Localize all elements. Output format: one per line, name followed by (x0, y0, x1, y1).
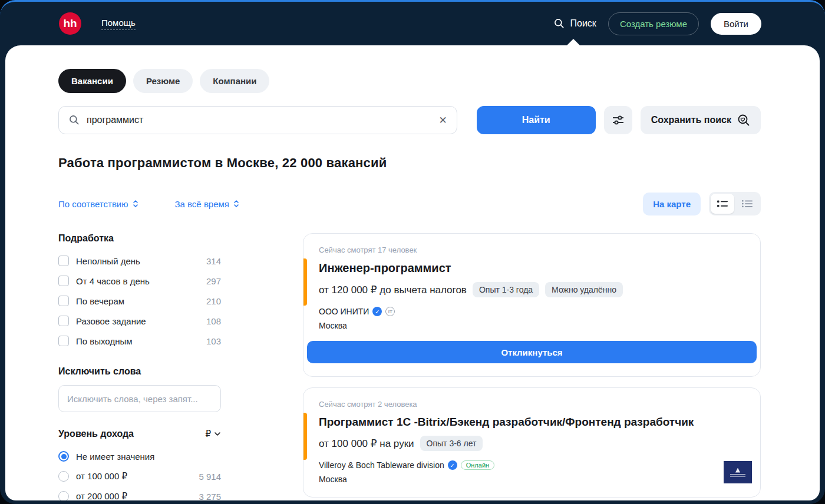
sort-period-link[interactable]: За всё время (175, 199, 239, 209)
tab-vacancies[interactable]: Вакансии (58, 69, 126, 93)
header-search-label: Поиск (570, 18, 596, 29)
income-filter-title: Уровень дохода (58, 429, 134, 439)
chevrons-up-down-icon (233, 200, 239, 208)
tab-companies[interactable]: Компании (200, 69, 269, 93)
save-search-label: Сохранить поиск (651, 115, 731, 125)
filter-label: По выходным (76, 336, 206, 346)
search-input[interactable] (87, 115, 432, 125)
main-panel: Вакансии Резюме Компании ✕ Найти (5, 45, 820, 500)
tab-resume[interactable]: Резюме (133, 69, 193, 93)
filters-button[interactable] (604, 106, 632, 134)
sliders-icon (612, 114, 624, 126)
login-button[interactable]: Войти (711, 13, 761, 35)
filter-count: 103 (206, 336, 221, 346)
currency-select[interactable]: ₽ (205, 429, 221, 439)
chevrons-up-down-icon (133, 200, 138, 208)
filter-label: От 4 часов в день (76, 276, 206, 286)
sort-relevance-link[interactable]: По соответствию (58, 199, 138, 209)
filter-label: от 100 000 ₽ (76, 471, 199, 482)
view-toggle (709, 192, 761, 215)
filter-label: Неполный день (76, 256, 206, 266)
checkbox-icon (58, 256, 69, 266)
view-list-compact-button[interactable] (735, 194, 759, 214)
filter-count: 3 275 (199, 492, 221, 501)
company-link[interactable]: Villeroy & Boch Tableware division (319, 460, 444, 470)
hh-logo[interactable]: hh (59, 12, 81, 35)
app-window: hh Помощь Поиск Создать резюме Войти Вак… (0, 0, 825, 504)
filters-sidebar: Подработка Неполный день 314 От 4 часов … (58, 233, 221, 500)
search-type-tabs: Вакансии Резюме Компании (58, 69, 761, 93)
radio-icon (58, 451, 69, 462)
vacancy-city: Москва (319, 321, 745, 330)
checkbox-icon (58, 276, 69, 286)
page-title: Работа программистом в Москве, 22 000 ва… (58, 155, 761, 171)
search-icon (68, 114, 80, 126)
highlight-accent-bar (303, 258, 307, 306)
sort-period-label: За всё время (175, 199, 229, 209)
exclude-words-title: Исключить слова (58, 366, 221, 377)
chevron-down-icon (214, 432, 221, 436)
save-search-button[interactable]: Сохранить поиск (641, 106, 761, 134)
vacancy-title-link[interactable]: Программист 1С -Bitrix/Бэкенд разработчи… (319, 416, 745, 429)
remote-tag: Можно удалённо (545, 282, 623, 297)
view-list-detailed-button[interactable] (711, 194, 734, 214)
search-icon (553, 18, 565, 29)
logo-emblem (735, 468, 740, 473)
radio-icon (58, 491, 69, 500)
filter-label: По вечерам (76, 296, 206, 306)
highlight-accent-bar (303, 413, 307, 460)
list-compact-icon (742, 200, 753, 208)
heart-magnifier-icon (737, 114, 750, 127)
vacancy-title-link[interactable]: Инженер-программист (319, 261, 745, 275)
exclude-words-input[interactable] (58, 385, 221, 412)
find-button[interactable]: Найти (477, 106, 596, 134)
viewers-count: Сейчас смотрят 2 человека (319, 400, 745, 409)
clear-search-icon[interactable]: ✕ (438, 115, 447, 125)
filter-count: 314 (206, 256, 221, 266)
vacancy-card: Сейчас смотрят 17 человек Инженер-програ… (303, 233, 761, 377)
search-box: ✕ (58, 106, 457, 134)
filter-count: 210 (206, 296, 221, 306)
it-accreditation-icon: IT (385, 307, 395, 316)
verified-badge-icon: ✓ (448, 460, 457, 470)
radio-icon (58, 471, 69, 482)
header-caret (566, 39, 580, 46)
experience-tag: Опыт 1-3 года (473, 282, 539, 297)
filter-label: Не имеет значения (76, 452, 221, 462)
filter-option-row[interactable]: По выходным 103 (58, 331, 221, 351)
currency-label: ₽ (205, 429, 211, 439)
sort-relevance-label: По соответствию (58, 199, 128, 209)
filter-count: 108 (206, 316, 221, 326)
filter-count: 297 (206, 276, 221, 286)
filter-option-row[interactable]: От 4 часов в день 297 (58, 271, 221, 291)
vacancy-city: Москва (319, 475, 745, 484)
checkbox-icon (58, 296, 69, 306)
top-nav: hh Помощь Поиск Создать резюме Войти (0, 2, 825, 45)
income-option-row[interactable]: Не имеет значения (58, 446, 221, 466)
sort-row: По соответствию За всё время На карте (58, 192, 761, 215)
logo-text-lines (730, 474, 745, 477)
help-link[interactable]: Помощь (101, 18, 136, 30)
verified-badge-icon: ✓ (372, 307, 382, 316)
apply-button[interactable]: Откликнуться (307, 341, 757, 363)
income-option-row[interactable]: от 100 000 ₽ 5 914 (58, 466, 221, 486)
vacancy-salary: от 120 000 ₽ до вычета налогов (319, 284, 467, 296)
filter-option-row[interactable]: Неполный день 314 (58, 251, 221, 271)
filter-count: 5 914 (199, 472, 221, 482)
company-link[interactable]: ООО ИНИТИ (319, 307, 369, 316)
header-search-button[interactable]: Поиск (553, 18, 596, 29)
list-detailed-icon (717, 200, 728, 208)
vacancy-card: Сейчас смотрят 2 человека Программист 1С… (303, 387, 761, 498)
filter-label: от 200 000 ₽ (76, 491, 199, 500)
experience-tag: Опыт 3-6 лет (420, 436, 483, 451)
villeroy-boch-logo[interactable] (724, 461, 752, 483)
filter-label: Разовое задание (76, 316, 206, 326)
viewers-count: Сейчас смотрят 17 человек (319, 246, 745, 254)
filter-option-row[interactable]: По вечерам 210 (58, 291, 221, 311)
create-resume-button[interactable]: Создать резюме (608, 12, 699, 35)
online-badge: Онлайн (461, 460, 494, 470)
checkbox-icon (58, 336, 69, 346)
on-map-button[interactable]: На карте (643, 193, 701, 215)
filter-option-row[interactable]: Разовое задание 108 (58, 311, 221, 331)
income-option-row[interactable]: от 200 000 ₽ 3 275 (58, 486, 221, 500)
